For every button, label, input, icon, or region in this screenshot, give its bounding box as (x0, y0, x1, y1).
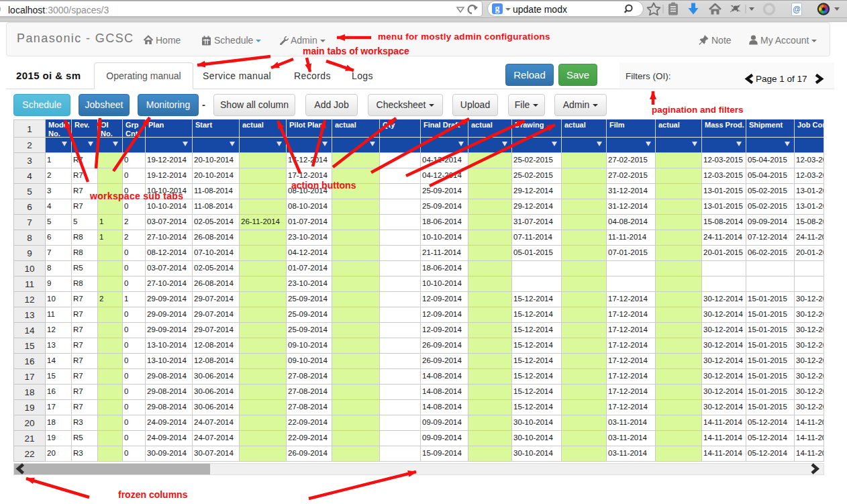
svg-text:@: @ (793, 5, 801, 14)
